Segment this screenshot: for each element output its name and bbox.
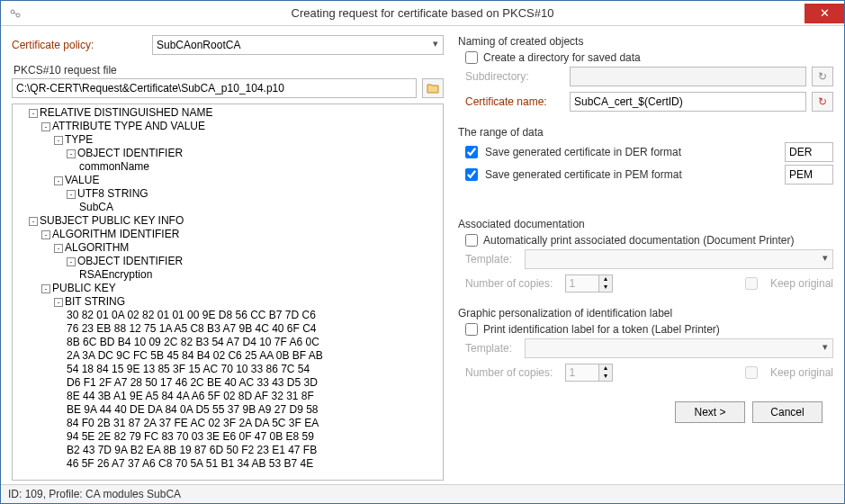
docs-copies-label: Number of copies: [465, 277, 553, 290]
tree-node[interactable]: RSAEncryption [16, 268, 439, 282]
app-icon [6, 4, 24, 22]
docs-template-label: Template: [465, 253, 519, 266]
tree-node[interactable]: D6 F1 2F A7 28 50 17 46 2C BE 40 AC 33 4… [16, 376, 439, 390]
tree-node[interactable]: 84 F0 2B 31 87 2A 37 FE AC 02 3F 2A DA 5… [16, 417, 439, 430]
tree-node[interactable]: SubCA [16, 201, 439, 214]
tree-toggle-icon[interactable]: - [54, 176, 63, 185]
tree-node-label: ATTRIBUTE TYPE AND VALUE [52, 120, 205, 132]
create-dir-checkbox[interactable] [465, 51, 478, 64]
pem-suffix-input[interactable] [785, 165, 833, 184]
policy-select[interactable]: SubCAonRootCA [152, 35, 444, 55]
tree-node[interactable]: 8E 44 3B A1 9E A5 84 4A A6 5F 02 8D AF 3… [16, 390, 439, 403]
close-button[interactable]: ✕ [805, 4, 844, 23]
tree-node[interactable]: -OBJECT IDENTIFIER [16, 255, 439, 268]
tree-node[interactable]: -RELATIVE DISTINGUISHED NAME [16, 106, 439, 120]
tree-node[interactable]: -VALUE [16, 174, 439, 187]
window-title: Creating request for certificate based o… [1, 6, 844, 20]
tree-node-label: SUBJECT PUBLIC KEY INFO [40, 214, 184, 227]
tree-node[interactable]: -ATTRIBUTE TYPE AND VALUE [16, 120, 439, 133]
tree-node-label: 8E 44 3B A1 9E A5 84 4A A6 5F 02 8D AF 3… [67, 390, 314, 402]
tree-node[interactable]: commonName [16, 160, 439, 174]
graphic-keeporig-checkbox [745, 366, 758, 379]
cancel-button[interactable]: Cancel [752, 401, 823, 423]
policy-label: Certificate policy: [12, 39, 147, 51]
tree-toggle-icon[interactable]: - [41, 284, 50, 293]
autoprint-checkbox[interactable] [465, 234, 478, 247]
tree-node[interactable]: 2A 3A DC 9C FC 5B 45 84 B4 02 C6 25 AA 0… [16, 349, 439, 363]
docs-copies-spinner: ▴▾ [565, 274, 613, 292]
tree-toggle-icon[interactable]: - [67, 190, 76, 199]
tree-node-label: 8B 6C BD B4 10 09 2C 82 B3 54 A7 D4 10 7… [67, 336, 319, 348]
tree-node-label: B2 43 7D 9A B2 EA 8B 19 87 6D 50 F2 23 E… [67, 444, 317, 456]
status-bar: ID: 109, Profile: CA modules SubCA [1, 484, 844, 503]
tree-node[interactable]: 30 82 01 0A 02 82 01 01 00 9E D8 56 CC B… [16, 309, 439, 322]
tree-scroll[interactable]: -RELATIVE DISTINGUISHED NAME-ATTRIBUTE T… [13, 104, 443, 480]
docs-keeporig-checkbox [745, 277, 758, 290]
tree-node[interactable]: B2 43 7D 9A B2 EA 8B 19 87 6D 50 F2 23 E… [16, 444, 439, 457]
tree-toggle-icon[interactable]: - [67, 257, 76, 266]
tree-node[interactable]: 8B 6C BD B4 10 09 2C 82 B3 54 A7 D4 10 7… [16, 336, 439, 349]
graphic-copies-spinner: ▴▾ [565, 364, 613, 382]
tree-node-label: OBJECT IDENTIFIER [77, 147, 183, 159]
tree-node-label: 84 F0 2B 31 87 2A 37 FE AC 02 3F 2A DA 5… [67, 417, 319, 429]
next-button[interactable]: Next > [675, 401, 745, 423]
tree-node-label: TYPE [65, 133, 93, 146]
tree-toggle-icon[interactable]: - [41, 122, 50, 131]
docs-keeporig-label: Keep original [770, 277, 833, 290]
subdir-input [570, 67, 806, 86]
tree-node-label: BIT STRING [65, 295, 125, 308]
docs-template-select [525, 249, 833, 269]
graphic-keeporig-label: Keep original [770, 366, 833, 379]
tree-node[interactable]: -ALGORITHM [16, 241, 439, 255]
naming-title: Naming of created objects [458, 35, 833, 48]
tree-toggle-icon[interactable]: - [54, 244, 63, 253]
tree-node[interactable]: 54 18 84 15 9E 13 85 3F 15 AC 70 10 33 8… [16, 363, 439, 376]
tree-node-label: 54 18 84 15 9E 13 85 3F 15 AC 70 10 33 8… [67, 363, 310, 375]
pkcs-path-input[interactable] [12, 78, 417, 98]
tree-node[interactable]: -PUBLIC KEY [16, 282, 439, 295]
graphic-template-label: Template: [465, 342, 519, 355]
tree-node-label: ALGORITHM [65, 241, 129, 254]
subdir-label: Subdirectory: [465, 70, 564, 83]
tree-toggle-icon[interactable]: - [41, 230, 50, 239]
tree-node[interactable]: 46 5F 26 A7 37 A6 C8 70 5A 51 B1 34 AB 5… [16, 457, 439, 471]
tree-toggle-icon[interactable]: - [29, 109, 38, 118]
tree-node[interactable]: -BIT STRING [16, 295, 439, 309]
tree-node[interactable]: 76 23 EB 88 12 75 1A A5 C8 B3 A7 9B 4C 4… [16, 322, 439, 336]
browse-button[interactable] [422, 78, 444, 98]
tree-toggle-icon[interactable]: - [54, 298, 63, 307]
printlabel-label: Print identification label for a token (… [483, 323, 720, 336]
subdir-refresh-button: ↻ [812, 67, 833, 86]
tree-node-label: UTF8 STRING [77, 187, 148, 200]
tree-node[interactable]: -SUBJECT PUBLIC KEY INFO [16, 214, 439, 228]
tree-node-label: ALGORITHM IDENTIFIER [52, 228, 179, 240]
tree-toggle-icon[interactable]: - [54, 136, 63, 145]
tree-node-label: OBJECT IDENTIFIER [77, 255, 183, 267]
tree-node-label: 30 82 01 0A 02 82 01 01 00 9E D8 56 CC B… [67, 309, 316, 321]
asn1-tree: -RELATIVE DISTINGUISHED NAME-ATTRIBUTE T… [12, 104, 444, 481]
tree-node[interactable]: -TYPE [16, 133, 439, 147]
svg-point-0 [11, 10, 14, 14]
certname-input[interactable] [570, 92, 806, 112]
tree-node-label: SubCA [79, 201, 113, 213]
tree-node[interactable]: BE 9A 44 40 DE DA 84 0A D5 55 37 9B A9 2… [16, 403, 439, 417]
pem-label: Save generated certificate in PEM format [485, 168, 682, 181]
tree-node[interactable]: -ALGORITHM IDENTIFIER [16, 228, 439, 241]
printlabel-checkbox[interactable] [465, 323, 478, 336]
der-checkbox[interactable] [465, 146, 478, 158]
pem-checkbox[interactable] [465, 168, 478, 181]
tree-node-label: PUBLIC KEY [52, 282, 116, 294]
tree-node[interactable]: 94 5E 2E 82 79 FC 83 70 03 3E E6 0F 47 0… [16, 430, 439, 444]
tree-node-label: BE 9A 44 40 DE DA 84 0A D5 55 37 9B A9 2… [67, 403, 319, 416]
svg-line-2 [13, 13, 16, 14]
certname-refresh-button[interactable]: ↻ [812, 92, 833, 112]
tree-toggle-icon[interactable]: - [67, 149, 76, 158]
tree-node-label: 94 5E 2E 82 79 FC 83 70 03 3E E6 0F 47 0… [67, 430, 314, 443]
tree-node-label: D6 F1 2F A7 28 50 17 46 2C BE 40 AC 33 4… [67, 376, 318, 389]
tree-toggle-icon[interactable]: - [29, 217, 38, 226]
tree-node-label: VALUE [65, 174, 99, 186]
tree-node[interactable]: -UTF8 STRING [16, 187, 439, 201]
tree-node[interactable]: -OBJECT IDENTIFIER [16, 147, 439, 160]
tree-node-label: 2A 3A DC 9C FC 5B 45 84 B4 02 C6 25 AA 0… [67, 349, 323, 362]
der-suffix-input[interactable] [785, 142, 833, 162]
